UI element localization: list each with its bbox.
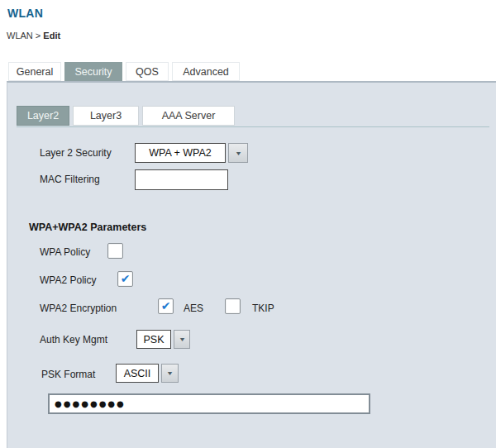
psk-format-label: PSK Format [41, 369, 95, 380]
tkip-checkbox[interactable]: ✔ [225, 298, 241, 314]
tab-advanced[interactable]: Advanced [172, 62, 240, 81]
wpa2-encryption-label: WPA2 Encryption [40, 303, 117, 314]
psk-passphrase-input[interactable] [48, 393, 370, 414]
page-title: WLAN [7, 7, 43, 20]
chevron-down-icon: ▼ [234, 150, 241, 156]
breadcrumb: WLAN > Edit [7, 31, 60, 41]
breadcrumb-current: Edit [43, 31, 60, 41]
breadcrumb-prefix: WLAN > [7, 31, 43, 41]
checkmark-icon: ✔ [161, 300, 171, 312]
layer2-security-value: WPA + WPA2 [135, 143, 226, 163]
tkip-label: TKIP [252, 303, 274, 314]
wpa2-policy-checkbox[interactable]: ✔ [117, 271, 133, 287]
auth-key-mgmt-select[interactable]: PSK ▼ [136, 330, 190, 349]
tab-security[interactable]: Security [64, 62, 122, 81]
tab-label: General [17, 66, 53, 78]
layer2-security-dropdown-button[interactable]: ▼ [228, 143, 248, 163]
tab-general[interactable]: General [8, 62, 61, 81]
subtab-divider [17, 126, 489, 127]
tab-label: Security [74, 66, 112, 78]
auth-key-mgmt-label: Auth Key Mgmt [40, 334, 107, 346]
tab-label: QOS [136, 66, 159, 78]
psk-format-select[interactable]: ASCII ▼ [116, 364, 179, 383]
psk-format-value: ASCII [116, 364, 159, 383]
tab-qos[interactable]: QOS [126, 62, 169, 81]
subtab-label: Layer3 [90, 110, 122, 122]
wpa-policy-checkbox[interactable]: ✔ [107, 243, 123, 259]
checkmark-icon: ✔ [121, 273, 131, 284]
layer2-security-select[interactable]: WPA + WPA2 ▼ [135, 143, 248, 163]
subtab-layer3[interactable]: Layer3 [73, 106, 139, 126]
aes-label: AES [184, 303, 203, 314]
auth-key-mgmt-value: PSK [136, 330, 171, 349]
mac-filtering-label: MAC Filtering [40, 174, 100, 185]
subtab-layer2[interactable]: Layer2 [17, 106, 69, 126]
chevron-down-icon: ▼ [166, 370, 174, 376]
wpa-policy-label: WPA Policy [40, 246, 90, 258]
aes-checkbox[interactable]: ✔ [158, 298, 174, 314]
chevron-down-icon: ▼ [178, 336, 185, 342]
wpa-parameters-heading: WPA+WPA2 Parameters [29, 222, 146, 233]
subtab-label: Layer2 [27, 110, 59, 122]
wpa2-policy-label: WPA2 Policy [40, 274, 96, 286]
mac-filtering-input[interactable] [135, 169, 228, 190]
auth-key-mgmt-dropdown-button[interactable]: ▼ [174, 330, 190, 349]
tab-label: Advanced [183, 66, 229, 78]
subtab-label: AAA Server [162, 110, 216, 122]
subtab-aaa-server[interactable]: AAA Server [142, 106, 235, 126]
psk-format-dropdown-button[interactable]: ▼ [161, 364, 179, 383]
wlan-edit-page: WLAN WLAN > Edit General Security QOS Ad… [0, 0, 496, 448]
layer2-security-label: Layer 2 Security [40, 147, 112, 159]
